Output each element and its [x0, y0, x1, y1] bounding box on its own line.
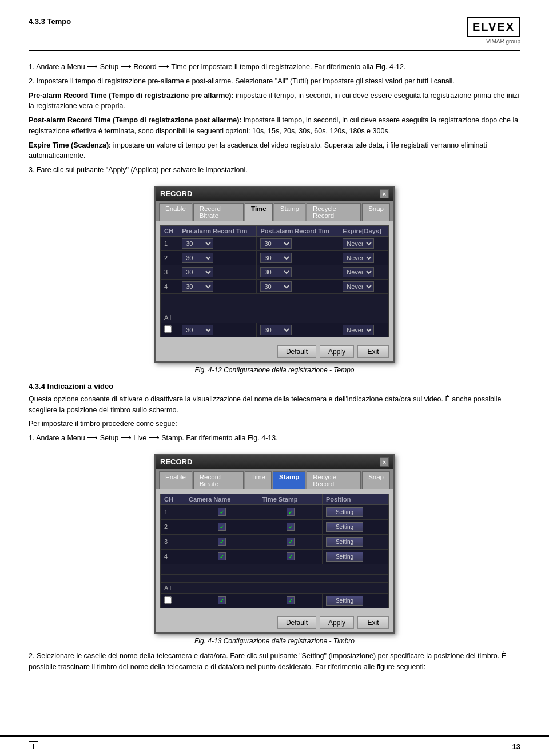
tab-time[interactable]: Time: [245, 203, 273, 221]
post-alarm-dropdown-4[interactable]: 30: [260, 281, 292, 292]
stamp-cell-ts: ✓: [258, 504, 323, 519]
dialog-2-close-button[interactable]: ×: [380, 457, 389, 467]
stamp-cell-ts: ✓: [258, 519, 323, 534]
ts-checkbox-4[interactable]: ✓: [287, 552, 295, 560]
expire-dropdown-2[interactable]: Never: [343, 253, 374, 263]
cam-checkbox-1[interactable]: ✓: [218, 508, 226, 516]
stamp-cell-ts: ✓: [258, 549, 323, 564]
apply-button-2[interactable]: Apply: [320, 616, 354, 629]
page-number: 13: [512, 742, 520, 751]
apply-button-1[interactable]: Apply: [320, 345, 354, 358]
ts-checkbox-1[interactable]: ✓: [287, 508, 295, 516]
setting-button-4[interactable]: Setting: [326, 552, 363, 562]
tab2-recycle-record[interactable]: Recycle Record: [307, 471, 361, 489]
all-stamp-row: ✓ ✓ Setting: [161, 593, 389, 608]
dialog-1-tabs: Enable Record Bitrate Time Stamp Recycle…: [156, 201, 393, 221]
figure-2-container: RECORD × Enable Record Bitrate Time Stam…: [29, 454, 520, 645]
stamp-cell-ch: 1: [161, 504, 185, 519]
all-ts-checkbox[interactable]: ✓: [287, 596, 295, 604]
table-row: 2 30 30: [161, 250, 389, 265]
stamp-cell-ts: ✓: [258, 534, 323, 549]
pre-alarm-dropdown-2[interactable]: 30: [182, 253, 213, 263]
ts-checkbox-2[interactable]: ✓: [287, 523, 295, 531]
expire-dropdown-4[interactable]: Never: [343, 281, 374, 292]
post-alarm-dropdown-2[interactable]: 30: [260, 253, 292, 263]
all-stamp-select[interactable]: [164, 596, 172, 604]
tab-recycle-record[interactable]: Recycle Record: [307, 203, 361, 221]
section-434-step1: 1. Andare a Menu ⟶ Setup ⟶ Live ⟶ Stamp.…: [29, 433, 520, 444]
all-cam-checkbox[interactable]: ✓: [218, 596, 226, 604]
dialog-1-titlebar: RECORD ×: [156, 187, 393, 201]
all-settings-row: 30 30 Never: [161, 323, 389, 337]
tab2-time[interactable]: Time: [245, 471, 272, 489]
tab-snap[interactable]: Snap: [362, 203, 390, 221]
stamp-cell-pos: Setting: [323, 504, 389, 519]
tab2-snap[interactable]: Snap: [362, 471, 390, 489]
arrow-icon-2: ⟶: [121, 63, 133, 71]
para-1-record: Record: [133, 63, 156, 71]
tab-enable[interactable]: Enable: [159, 203, 192, 221]
fig-2-caption: Fig. 4-13 Configurazione della registraz…: [194, 637, 355, 645]
cell-post: 30: [257, 279, 339, 293]
dialog-1-title: RECORD: [160, 189, 192, 198]
cell-post: 30: [257, 250, 339, 265]
tab2-enable[interactable]: Enable: [159, 471, 192, 489]
pre-alarm-dropdown-3[interactable]: 30: [182, 267, 213, 277]
footer-left-label: I: [29, 741, 38, 751]
dialog-2-footer: Default Apply Exit: [156, 613, 393, 632]
setting-button-2[interactable]: Setting: [326, 522, 363, 532]
stamp-cell-ch: 4: [161, 549, 185, 564]
default-button-2[interactable]: Default: [277, 616, 316, 629]
tab2-stamp[interactable]: Stamp: [273, 471, 305, 489]
pre-alarm-dropdown-4[interactable]: 30: [182, 281, 213, 292]
para-1-setup: Setup: [100, 63, 119, 71]
cell-expire: Never: [339, 279, 389, 293]
col-post-alarm: Post-alarm Record Tim: [257, 225, 339, 236]
section-434: 4.3.4 Indicazioni a video Questa opzione…: [29, 382, 520, 444]
all-expire-dropdown[interactable]: Never: [343, 325, 374, 335]
default-button-1[interactable]: Default: [277, 345, 316, 358]
all-post-alarm-dropdown[interactable]: 30: [260, 325, 292, 335]
post-alarm-title: Post-alarm Record Time (Tempo di registr…: [29, 116, 242, 124]
stamp-cell-cam: ✓: [185, 534, 258, 549]
step-3-para: 3. Fare clic sul pulsante "Apply" (Appli…: [29, 165, 520, 176]
logo: ELVEX: [467, 17, 520, 37]
stamp-row: 1 ✓ ✓ Setting: [161, 504, 389, 519]
cam-checkbox-3[interactable]: ✓: [218, 538, 226, 546]
cell-post: 30: [257, 265, 339, 279]
cell-pre: 30: [178, 236, 257, 250]
setting-button-1[interactable]: Setting: [326, 507, 363, 517]
step1-live: Live: [133, 434, 146, 442]
setting-button-3[interactable]: Setting: [326, 537, 363, 547]
stamp-cell-pos: Setting: [323, 549, 389, 564]
tab-record-bitrate[interactable]: Record Bitrate: [193, 203, 244, 221]
tab2-record-bitrate[interactable]: Record Bitrate: [193, 471, 244, 489]
ts-checkbox-3[interactable]: ✓: [287, 538, 295, 546]
stamp-cell-cam: ✓: [185, 504, 258, 519]
all-checkbox[interactable]: [164, 325, 172, 333]
all-pre-alarm-dropdown[interactable]: 30: [182, 325, 213, 335]
all-setting-button[interactable]: Setting: [326, 596, 363, 606]
exit-button-1[interactable]: Exit: [357, 345, 389, 358]
section-434-title: 4.3.4 Indicazioni a video: [29, 382, 520, 391]
cell-pre: 30: [178, 265, 257, 279]
fig-1-caption: Fig. 4-12 Configurazione della registraz…: [194, 366, 354, 374]
stamp-cell-ch: 2: [161, 519, 185, 534]
exit-button-2[interactable]: Exit: [357, 616, 389, 629]
expire-dropdown-1[interactable]: Never: [343, 238, 374, 249]
para-1-end: Time per impostare il tempo di registraz…: [171, 63, 405, 71]
cam-checkbox-2[interactable]: ✓: [218, 523, 226, 531]
dialog-1-close-button[interactable]: ×: [380, 189, 389, 198]
cam-checkbox-4[interactable]: ✓: [218, 552, 226, 560]
all-label-row-2: All: [161, 582, 389, 593]
post-alarm-dropdown-3[interactable]: 30: [260, 267, 292, 277]
post-alarm-dropdown-1[interactable]: 30: [260, 238, 292, 249]
tab-stamp[interactable]: Stamp: [274, 203, 305, 221]
step1-stamp: Stamp. Far riferimento alla Fig. 4-13.: [161, 434, 278, 442]
page: 4.3.3 Tempo ELVEX VIMAR group 1. Andare …: [0, 0, 549, 756]
step1-arrow3: ⟶: [149, 434, 161, 442]
pre-alarm-dropdown-1[interactable]: 30: [182, 238, 213, 249]
spacer-row: [161, 304, 389, 312]
expire-dropdown-3[interactable]: Never: [343, 267, 374, 277]
step1-setup: Setup: [100, 434, 119, 442]
